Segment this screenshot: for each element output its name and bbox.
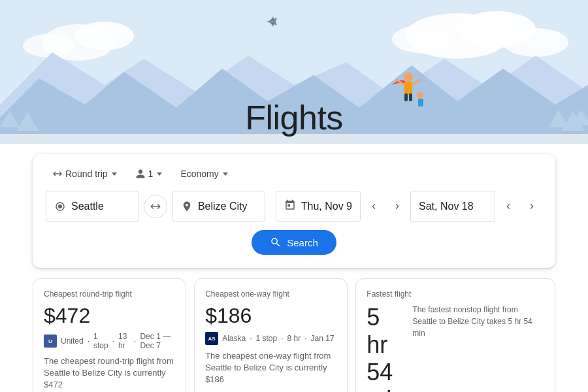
cheapest-oneway-price: $186 [205, 304, 336, 328]
return-date-next[interactable] [521, 196, 542, 217]
swap-button[interactable] [144, 195, 167, 218]
passengers-label: 1 [148, 169, 154, 179]
depart-date-next[interactable] [387, 196, 408, 217]
return-date-text: Sat, Nov 18 [419, 201, 474, 212]
destination-field[interactable] [172, 191, 265, 222]
destination-icon [181, 201, 193, 212]
fastest-time: 5 hr 54 min [367, 304, 404, 392]
fastest-desc: The fastest nonstop flight from Seattle … [412, 304, 544, 392]
depart-date-prev[interactable] [363, 196, 384, 217]
chevron-left-2-icon [503, 201, 514, 212]
cheapest-oneway-card[interactable]: Cheapest one-way flight $186 AS Alaska ·… [194, 278, 348, 392]
trip-type-button[interactable]: Round trip [46, 165, 123, 183]
svg-point-3 [392, 25, 457, 54]
svg-point-6 [75, 22, 134, 50]
date-section: Thu, Nov 9 Sat, Nov 18 [276, 191, 542, 222]
cheapest-oneway-airline: Alaska [222, 334, 246, 343]
calendar-icon [284, 199, 296, 214]
person-icon [135, 169, 146, 179]
search-inputs-row: Thu, Nov 9 Sat, Nov 18 [46, 191, 542, 222]
alaska-logo: AS [205, 332, 218, 345]
cheapest-roundtrip-duration: 13 hr [118, 332, 130, 350]
search-button-label: Search [287, 237, 318, 248]
cabin-chevron [223, 172, 228, 176]
svg-point-7 [23, 34, 75, 57]
cheapest-oneway-date: Jan 17 [311, 334, 335, 343]
fastest-card-main: 5 hr 54 min [367, 304, 404, 392]
cheapest-roundtrip-airline-row: U United · 1 stop · 13 hr · Dec 1 — Dec … [44, 332, 175, 350]
united-logo: U [44, 335, 57, 348]
fastest-flight-card[interactable]: Fastest flight 5 hr 54 min The fastest n… [355, 278, 555, 392]
right-column: Fastest flight 5 hr 54 min The fastest n… [355, 278, 555, 392]
cheapest-oneway-duration: 8 hr [287, 334, 301, 343]
svg-rect-17 [404, 93, 408, 101]
cheapest-roundtrip-stops: 1 stop [93, 332, 108, 350]
svg-point-15 [404, 73, 413, 82]
search-icon [270, 237, 282, 248]
return-date-prev[interactable] [498, 196, 519, 217]
cards-section: Cheapest round-trip flight $472 U United… [33, 278, 555, 392]
cheapest-roundtrip-desc: The cheapest round-trip flight from Seat… [44, 355, 175, 391]
origin-field[interactable] [46, 191, 139, 222]
trip-type-label: Round trip [65, 169, 108, 179]
svg-rect-22 [418, 99, 423, 106]
destination-input[interactable] [198, 201, 257, 212]
search-options-bar: Round trip 1 Economy [46, 165, 542, 183]
cabin-button[interactable]: Economy [174, 165, 234, 183]
svg-point-4 [503, 28, 568, 57]
cheapest-oneway-label: Cheapest one-way flight [205, 289, 336, 299]
passengers-chevron [157, 172, 162, 176]
swap-icon [150, 201, 161, 212]
svg-point-21 [417, 92, 423, 99]
chevron-right-2-icon [527, 201, 537, 212]
depart-date-field[interactable]: Thu, Nov 9 [276, 191, 361, 222]
search-button-wrap: Search [46, 230, 542, 255]
trip-type-chevron [112, 172, 117, 176]
origin-input[interactable] [71, 201, 130, 212]
cheapest-roundtrip-price: $472 [44, 304, 175, 328]
fastest-card-inner: 5 hr 54 min The fastest nonstop flight f… [367, 304, 544, 392]
svg-rect-16 [404, 82, 412, 95]
cheapest-roundtrip-label: Cheapest round-trip flight [44, 289, 175, 299]
cheapest-roundtrip-airline: United [61, 336, 84, 346]
chevron-left-icon [368, 201, 379, 212]
page-title: Flights [245, 98, 343, 137]
svg-rect-18 [409, 93, 412, 101]
cabin-label: Economy [180, 169, 218, 179]
fastest-flight-label: Fastest flight [367, 289, 544, 299]
cheapest-oneway-desc: The cheapest one-way flight from Seattle… [205, 350, 336, 386]
cheapest-roundtrip-card[interactable]: Cheapest round-trip flight $472 U United… [33, 278, 186, 392]
hero-section: Flights [0, 0, 588, 144]
cheapest-oneway-airline-row: AS Alaska · 1 stop · 8 hr · Jan 17 [205, 332, 336, 345]
passengers-button[interactable]: 1 [129, 165, 169, 183]
depart-date-text: Thu, Nov 9 [301, 201, 352, 212]
search-container: Round trip 1 Economy [33, 154, 555, 268]
origin-icon [54, 201, 66, 212]
return-date-field[interactable]: Sat, Nov 18 [410, 191, 495, 222]
svg-point-24 [58, 204, 62, 208]
search-button[interactable]: Search [252, 230, 336, 255]
cheapest-roundtrip-dates: Dec 1 — Dec 7 [140, 332, 175, 350]
round-trip-icon [52, 169, 63, 179]
chevron-right-icon [392, 201, 402, 212]
cheapest-oneway-stops: 1 stop [256, 334, 278, 343]
